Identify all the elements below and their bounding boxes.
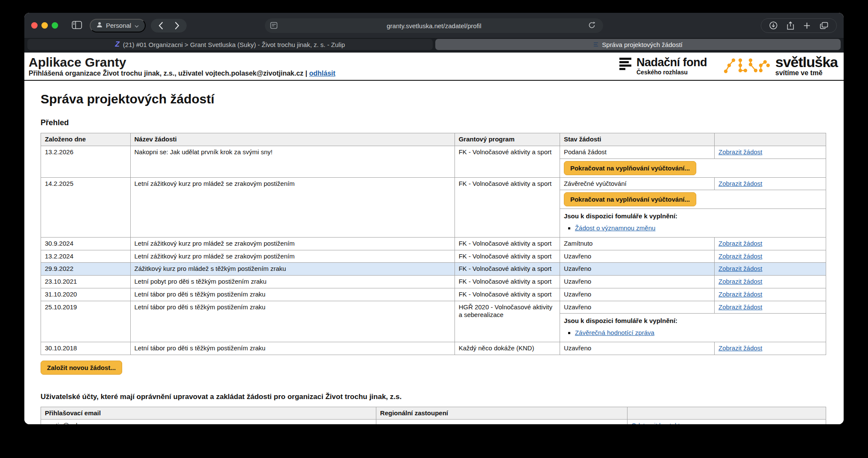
view-application-link[interactable]: Zobrazit žádost — [718, 278, 762, 285]
application-action-cell: Zobrazit žádost — [714, 342, 826, 355]
nav-buttons — [151, 19, 187, 32]
application-action-cell: Zobrazit žádost — [714, 263, 826, 276]
svitime-ve-tme-text: svítíme ve tmě — [775, 69, 838, 77]
application-action-cell: Zobrazit žádost — [714, 177, 826, 190]
zulip-favicon: Z — [115, 40, 119, 49]
col-header-region: Regionální zastoupení — [376, 407, 627, 420]
application-status: Uzavřeno — [560, 342, 714, 355]
application-status: Uzavřeno — [560, 250, 714, 263]
col-header-name: Název žádosti — [130, 133, 455, 146]
tab-bar: Z (21) #01 Organizacni > Grant Svetluska… — [24, 38, 844, 53]
tab-sprava-title: Správa projektových žádostí — [602, 41, 682, 48]
remove-contact-link[interactable]: Odstranit kontakt — [631, 422, 680, 424]
forward-button[interactable] — [169, 19, 185, 32]
application-action-cell: Zobrazit žádost — [714, 237, 826, 250]
continue-accounting-button[interactable]: Pokračovat na vyplňování vyúčtování... — [564, 192, 696, 206]
downloads-button[interactable] — [765, 21, 782, 29]
form-link[interactable]: Závěrečná hodnotící zpráva — [575, 329, 654, 336]
application-date: 13.2.2026 — [41, 146, 131, 177]
page-settings-icon[interactable] — [270, 22, 278, 30]
application-name: Nakopni se: Jak udělat prvník krok za sv… — [130, 146, 455, 177]
application-name: Zážitkový kurz pro mládež s těžkým posti… — [130, 263, 455, 276]
accounts-heading: Uživatelské účty, které mají oprávnění u… — [41, 393, 826, 401]
application-row: 30.9.2024Letní zážitkový kurz pro mládež… — [41, 237, 826, 250]
application-action-cell: Zobrazit žádost — [714, 146, 826, 159]
account-row: martin@sukany.cz—Odstranit kontakt — [41, 420, 826, 424]
app-title: Aplikace Granty — [29, 56, 335, 69]
application-name: Letní zážitkový kurz pro mládež se zrako… — [130, 250, 455, 263]
col-header-actions — [714, 133, 826, 146]
application-forms-cell: Jsou k dispozici fomuláře k vyplnění:Žád… — [560, 209, 826, 238]
application-status: Uzavřeno — [560, 263, 714, 276]
forms-list-item: Závěrečná hodnotící zpráva — [575, 329, 822, 337]
new-application-button[interactable]: Založit novou žádost... — [41, 361, 122, 375]
view-application-link[interactable]: Zobrazit žádost — [718, 240, 762, 247]
view-application-link[interactable]: Zobrazit žádost — [718, 265, 762, 272]
browser-toolbar: Personal granty.svetluska.net/zadatel/pr… — [24, 13, 844, 38]
profile-switcher[interactable]: Personal — [90, 19, 146, 32]
accounts-header-row: Přihlašovací email Regionální zastoupení — [41, 407, 826, 420]
tab-overview-button[interactable] — [815, 22, 833, 29]
applications-table: Založeno dne Název žádosti Grantový prog… — [41, 133, 826, 355]
profile-label: Personal — [106, 22, 131, 29]
application-row: 31.10.2020Letní tábor pro děti s těžkým … — [41, 288, 826, 301]
new-tab-button[interactable] — [799, 22, 815, 29]
view-application-link[interactable]: Zobrazit žádost — [718, 252, 762, 260]
address-url: granty.svetluska.net/zadatel/profil — [387, 22, 481, 29]
toolbar-right-cluster — [761, 18, 837, 33]
tab-zulip[interactable]: Z (21) #01 Organizacni > Grant Svetluska… — [27, 39, 433, 50]
partner-logos: Nadační fond Českého rozhlasu — [619, 56, 838, 77]
col-header-account-actions — [627, 407, 826, 420]
sidebar-toggle-button[interactable] — [69, 21, 85, 30]
account-region: — — [376, 420, 627, 424]
forms-available-label: Jsou k dispozici fomuláře k vyplnění: — [564, 212, 822, 220]
application-program: FK - Volnočasové aktivity a sport — [455, 276, 560, 288]
application-name: Letní tábor pro děti s těžkým postižením… — [130, 301, 455, 342]
applications-header-row: Založeno dne Název žádosti Grantový prog… — [41, 133, 826, 146]
application-action-cell: Zobrazit žádost — [714, 288, 826, 301]
view-application-link[interactable]: Zobrazit žádost — [718, 344, 762, 352]
form-link[interactable]: Žádost o významnou změnu — [575, 224, 655, 232]
nadacni-fond-logo: Nadační fond Českého rozhlasu — [619, 57, 707, 76]
application-status: Závěrečné vyúčtování — [560, 177, 714, 190]
logout-link[interactable]: odhlásit — [309, 70, 335, 77]
application-date: 30.9.2024 — [41, 237, 131, 250]
application-program: FK - Volnočasové aktivity a sport — [455, 146, 560, 177]
sidebar-icon — [72, 21, 82, 30]
address-bar[interactable]: granty.svetluska.net/zadatel/profil — [265, 18, 603, 33]
application-date: 25.10.2019 — [41, 301, 131, 342]
application-forms-cell: Jsou k dispozici fomuláře k vyplnění:Záv… — [560, 314, 826, 342]
back-button[interactable] — [152, 19, 169, 32]
application-status: Uzavřeno — [560, 276, 714, 288]
granty-favicon — [593, 41, 598, 48]
application-row: 29.9.2022Zážitkový kurz pro mládež s těž… — [41, 263, 826, 276]
application-row: 13.2.2024Letní zážitkový kurz pro mládež… — [41, 250, 826, 263]
share-button[interactable] — [782, 21, 799, 30]
view-application-link[interactable]: Zobrazit žádost — [718, 291, 762, 298]
view-application-link[interactable]: Zobrazit žádost — [718, 180, 762, 187]
application-row: 14.2.2025Letní zážitkový kurz pro mládež… — [41, 177, 826, 190]
application-program: FK - Volnočasové aktivity a sport — [455, 177, 560, 237]
minimize-window-button[interactable] — [41, 22, 48, 29]
logged-in-info: Přihlášená organizace Život trochu jinak… — [29, 70, 307, 77]
tab-sprava-zadosti[interactable]: Správa projektových žádostí — [435, 39, 841, 50]
application-button-cell: Pokračovat na vyplňování vyúčtování... — [560, 190, 826, 209]
close-window-button[interactable] — [31, 22, 38, 29]
application-status: Zamítnuto — [560, 237, 714, 250]
zoom-window-button[interactable] — [52, 22, 58, 29]
application-row: 25.10.2019Letní tábor pro děti s těžkým … — [41, 301, 826, 314]
overview-heading: Přehled — [41, 118, 826, 127]
view-application-link[interactable]: Zobrazit žádost — [718, 303, 762, 311]
accounts-table: Přihlašovací email Regionální zastoupení… — [41, 407, 826, 425]
col-header-date: Založeno dne — [41, 133, 131, 146]
application-name: Letní tábor pro děti s těžkým postižením… — [130, 342, 455, 355]
view-application-link[interactable]: Zobrazit žádost — [718, 148, 762, 156]
nadacni-fond-text: Nadační fond — [636, 57, 707, 68]
continue-accounting-button[interactable]: Pokračovat na vyplňování vyúčtování... — [564, 161, 696, 175]
forms-available-label: Jsou k dispozici fomuláře k vyplnění: — [564, 317, 822, 325]
application-name: Letní tábor pro děti s těžkým postižením… — [130, 288, 455, 301]
tab-zulip-title: (21) #01 Organizacni > Grant Svetluska (… — [123, 41, 345, 48]
reload-button[interactable] — [586, 21, 598, 31]
account-action-cell: Odstranit kontakt — [627, 420, 826, 424]
application-button-cell: Pokračovat na vyplňování vyúčtování... — [560, 159, 826, 177]
